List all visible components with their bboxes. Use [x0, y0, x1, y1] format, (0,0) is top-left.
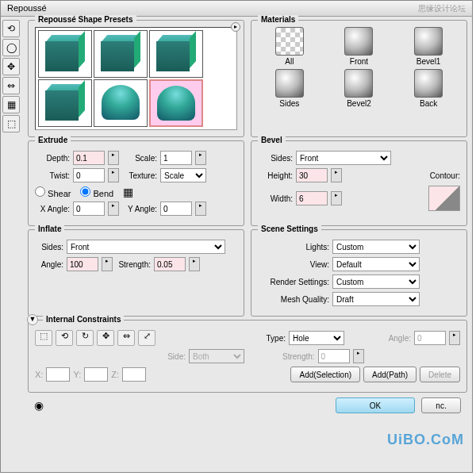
roll-tool-icon[interactable]: ◯ [2, 39, 20, 56]
ic-tool-1-icon[interactable]: ⬚ [35, 330, 52, 346]
material-bevel2[interactable] [344, 69, 373, 98]
left-toolbar: ⟲ ◯ ✥ ⇔ ▦ ⬚ [1, 17, 23, 472]
shear-radio[interactable]: Shear [35, 186, 71, 198]
bevel-sides-select[interactable]: Front [296, 151, 391, 165]
mesh-select[interactable]: Draft [332, 292, 420, 306]
inflate-sides-select[interactable]: Front [67, 240, 225, 254]
add-path-button[interactable]: Add(Path) [363, 367, 416, 382]
inflate-group: Inflate Sides: Front Angle: ▸ Strength: … [28, 229, 244, 317]
material-bevel1[interactable] [414, 27, 443, 56]
preset-grid [35, 27, 237, 130]
origin-grid-icon[interactable]: ▦ [123, 186, 133, 198]
lights-select[interactable]: Custom [332, 240, 420, 254]
preset-3[interactable] [149, 30, 203, 78]
nc-button[interactable]: nc. [421, 397, 461, 413]
material-back[interactable] [414, 69, 443, 98]
ok-button[interactable]: OK [336, 397, 415, 413]
preset-6-selected[interactable] [149, 79, 203, 127]
ic-tool-4-icon[interactable]: ✥ [97, 330, 114, 346]
bevel-height-input[interactable] [296, 168, 328, 182]
bend-radio[interactable]: Bend [80, 186, 113, 198]
render-select[interactable]: Custom [332, 274, 420, 289]
twist-input[interactable] [73, 168, 105, 182]
presets-legend: Repoussé Shape Presets [35, 15, 136, 24]
ic-side-select: Both [189, 349, 244, 363]
constraints-legend: Internal Constraints [43, 315, 124, 324]
preset-2[interactable] [94, 30, 148, 78]
presets-flyout-icon[interactable]: ▸ [231, 22, 240, 32]
ic-z-input [122, 367, 146, 382]
materials-grid: All Front Bevel1 Sides Bevel2 Back [258, 27, 460, 108]
scene-legend: Scene Settings [258, 225, 321, 233]
materials-legend: Materials [258, 15, 298, 24]
materials-group: Materials All Front Bevel1 Sides Bevel2 … [251, 20, 467, 137]
titlebar: Repoussé 思缘设计论坛 [1, 1, 472, 17]
yangle-stepper[interactable]: ▸ [195, 202, 206, 216]
extrude-legend: Extrude [35, 136, 71, 144]
yangle-input[interactable] [160, 202, 192, 216]
bevel-group: Bevel Sides: Front Height: ▸ Contour: Wi… [251, 140, 467, 226]
ic-type-select[interactable]: Hole [289, 331, 344, 345]
extrude-group: Extrude Depth: ▸ Scale: ▸ Twist: ▸ Textu… [28, 140, 244, 226]
ic-tool-2-icon[interactable]: ⟲ [56, 330, 73, 346]
constraints-group: ▼ Internal Constraints ⬚ ⟲ ↻ ✥ ⇔ ⤢ Type:… [28, 320, 467, 393]
add-selection-button[interactable]: Add(Selection) [290, 367, 360, 382]
scale-tool-icon[interactable]: ▦ [2, 96, 20, 113]
inflate-angle-stepper[interactable]: ▸ [102, 257, 113, 271]
twist-stepper[interactable]: ▸ [108, 168, 119, 182]
material-all[interactable] [275, 27, 304, 56]
inflate-strength-stepper[interactable]: ▸ [189, 257, 200, 271]
home-tool-icon[interactable]: ⬚ [2, 115, 20, 132]
contour-picker[interactable] [428, 186, 460, 211]
inflate-angle-input[interactable] [67, 257, 98, 271]
ic-strength-stepper: ▸ [353, 349, 364, 363]
preset-1[interactable] [38, 30, 92, 78]
watermark-text: 思缘设计论坛 [418, 3, 466, 13]
constraints-toggle-icon[interactable]: ▼ [27, 314, 38, 325]
depth-stepper[interactable]: ▸ [108, 151, 119, 165]
preset-4[interactable] [38, 79, 92, 127]
ic-tool-5-icon[interactable]: ⇔ [117, 330, 135, 346]
bevel-width-stepper[interactable]: ▸ [331, 191, 342, 205]
main-panel: Repoussé Shape Presets ▸ Materials All F… [23, 17, 472, 472]
pan-tool-icon[interactable]: ✥ [2, 58, 20, 75]
inflate-strength-input[interactable] [154, 257, 186, 271]
material-front[interactable] [344, 27, 373, 56]
depth-input[interactable] [73, 151, 105, 165]
ic-tool-6-icon[interactable]: ⤢ [138, 330, 155, 346]
dialog-title: Repoussé [7, 3, 47, 13]
scene-group: Scene Settings Lights:Custom View:Defaul… [251, 229, 467, 317]
ic-tool-3-icon[interactable]: ↻ [76, 330, 94, 346]
scale-stepper[interactable]: ▸ [195, 151, 206, 165]
material-sides[interactable] [275, 69, 304, 98]
ic-strength-input [318, 349, 350, 363]
ic-angle-input [414, 331, 446, 345]
delete-button[interactable]: Delete [420, 367, 460, 382]
xangle-input[interactable] [73, 202, 105, 216]
inflate-legend: Inflate [35, 225, 64, 233]
bevel-height-stepper[interactable]: ▸ [331, 168, 342, 182]
preset-5[interactable] [94, 79, 148, 127]
bevel-width-input[interactable] [296, 191, 328, 205]
watermark-brand: UiBO.CoM [387, 432, 464, 448]
slide-tool-icon[interactable]: ⇔ [2, 77, 20, 94]
content: ⟲ ◯ ✥ ⇔ ▦ ⬚ Repoussé Shape Presets ▸ [1, 17, 472, 472]
ic-angle-stepper: ▸ [449, 331, 460, 345]
shape-presets-group: Repoussé Shape Presets ▸ [28, 20, 244, 137]
rotate-tool-icon[interactable]: ⟲ [2, 20, 20, 37]
texture-select[interactable]: Scale [160, 168, 206, 182]
scale-input[interactable] [160, 151, 192, 165]
xangle-stepper[interactable]: ▸ [108, 202, 119, 216]
ic-x-input [46, 367, 70, 382]
view-select[interactable]: Default [332, 257, 420, 271]
eye-icon[interactable]: ◉ [34, 399, 44, 412]
repousse-dialog: Repoussé 思缘设计论坛 ⟲ ◯ ✥ ⇔ ▦ ⬚ Repoussé Sha… [0, 0, 473, 473]
ic-y-input [84, 367, 108, 382]
bottom-bar: ◉ OK nc. [28, 396, 467, 415]
bevel-legend: Bevel [258, 136, 286, 144]
